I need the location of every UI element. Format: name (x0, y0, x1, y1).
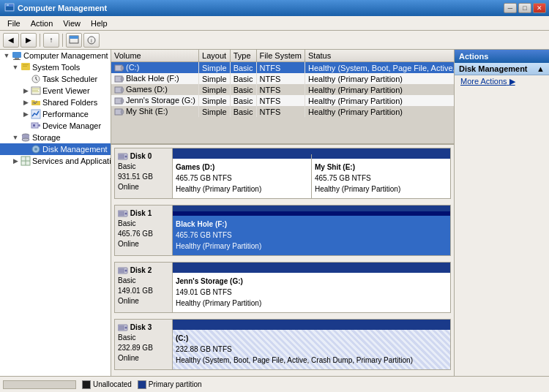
partition-block[interactable]: (C:) 232.88 GB NTFS Healthy (System, Boo… (173, 325, 450, 369)
disk-partitions: Games (D:) 465.75 GB NTFS Healthy (Prima… (173, 148, 451, 199)
cell-fs: NTFS (256, 106, 305, 117)
expander-task (20, 74, 31, 84)
col-status[interactable]: Status (305, 50, 454, 62)
show-hide-button[interactable] (66, 33, 82, 48)
minimize-button[interactable]: ─ (504, 3, 517, 13)
partition-block[interactable]: My Shit (E:) 465.75 GB NTFS Healthy (Pri… (312, 154, 450, 198)
col-type[interactable]: Type (230, 50, 256, 62)
partition-block[interactable]: Jenn's Storage (G:) 149.01 GB NTFS Healt… (173, 268, 450, 312)
disk-management-label: Disk Management (42, 145, 108, 154)
toolbar: ◀ ▶ ↑ i (0, 31, 549, 50)
cell-type: Basic (230, 73, 256, 84)
menu-file[interactable]: File (3, 18, 25, 29)
storage-icon (20, 132, 31, 143)
col-volume[interactable]: Volume (111, 50, 199, 62)
table-row[interactable]: Black Hole (F:) Simple Basic NTFS Health… (111, 73, 454, 84)
partition-block[interactable]: Games (D:) 465.75 GB NTFS Healthy (Prima… (173, 154, 312, 198)
svg-rect-17 (32, 88, 40, 89)
partitions-row: Jenn's Storage (G:) 149.01 GB NTFS Healt… (173, 268, 450, 312)
disk-row: Disk 3 Basic 232.89 GB Online (C:) 232.8… (114, 319, 451, 370)
volume-icon (114, 64, 124, 72)
volume-table-container[interactable]: Volume Layout Type File System Status (C… (111, 50, 454, 145)
svg-rect-47 (119, 154, 124, 159)
tree-services[interactable]: ▶ Services and Applications (0, 155, 111, 167)
menu-view[interactable]: View (59, 18, 85, 29)
svg-point-45 (121, 110, 124, 114)
cell-volume: Games (D:) (111, 84, 199, 95)
svg-rect-2 (7, 4, 9, 6)
tree-performance[interactable]: ▶ Performance (0, 108, 111, 120)
tree-task-scheduler[interactable]: Task Scheduler (0, 73, 111, 85)
tree-device-manager[interactable]: Device Manager (0, 120, 111, 132)
tree-system-tools[interactable]: ▼ System Tools (0, 61, 111, 73)
disk-management-icon (31, 144, 41, 154)
cell-layout: Simple (199, 62, 231, 74)
tree-event-viewer[interactable]: ▶ Event Viewer (0, 85, 111, 97)
more-actions-link[interactable]: More Actions ▶ (455, 75, 549, 88)
col-layout[interactable]: Layout (199, 50, 231, 62)
part-size: 149.01 GB NTFS (176, 287, 447, 298)
legend-unallocated-box (82, 380, 91, 389)
task-scheduler-icon (31, 74, 41, 84)
svg-rect-11 (23, 64, 29, 65)
part-size: 232.88 GB NTFS (176, 344, 447, 355)
table-row[interactable]: (C:) Simple Basic NTFS Healthy (System, … (111, 62, 454, 74)
up-button[interactable]: ↑ (43, 33, 59, 48)
close-button[interactable]: ✕ (533, 3, 546, 13)
actions-header: Actions (455, 50, 549, 63)
part-name: Games (D:) (176, 162, 308, 173)
table-row[interactable]: Games (D:) Simple Basic NTFS Healthy (Pr… (111, 84, 454, 95)
toolbar-separator (40, 34, 40, 47)
partition-block[interactable]: Black Hole (F:) 465.76 GB NTFS Healthy (… (173, 211, 450, 255)
back-button[interactable]: ◀ (3, 33, 19, 48)
disk-status: Online (118, 296, 169, 306)
disk-view[interactable]: Disk 0 Basic 931.51 GB Online Games (D:)… (111, 145, 454, 376)
svg-rect-8 (15, 58, 19, 59)
volume-icon (114, 75, 124, 83)
task-scheduler-label: Task Scheduler (42, 75, 97, 83)
root-label: Computer Management (Local) (23, 51, 111, 60)
forward-button[interactable]: ▶ (20, 33, 37, 48)
part-name: (C:) (176, 333, 447, 344)
tree-disk-management[interactable]: Disk Management (0, 143, 111, 155)
disk-status: Online (118, 353, 169, 363)
disk-name: Disk 3 (118, 323, 169, 333)
part-name: My Shit (E:) (315, 162, 447, 173)
cell-fs: NTFS (256, 84, 305, 95)
part-size: 465.75 GB NTFS (176, 173, 308, 184)
expander-root: ▼ (1, 50, 12, 61)
device-manager-label: Device Manager (42, 121, 101, 130)
svg-point-51 (125, 213, 127, 215)
cell-volume: Black Hole (F:) (111, 73, 199, 84)
cell-status: Healthy (Primary Partition) (305, 73, 454, 84)
partitions-row: Black Hole (F:) 465.76 GB NTFS Healthy (… (173, 211, 450, 255)
disk-drive-icon (118, 210, 128, 217)
part-name: Jenn's Storage (G:) (176, 276, 447, 287)
table-row[interactable]: Jenn's Storage (G:) Simple Basic NTFS He… (111, 95, 454, 106)
cell-layout: Simple (199, 73, 231, 84)
part-header-bar (173, 154, 311, 159)
horizontal-scrollbar[interactable] (3, 380, 76, 389)
actions-section-header[interactable]: Disk Management ▲ (455, 63, 549, 75)
svg-text:i: i (91, 37, 92, 44)
disk-size: 232.89 GB (118, 343, 169, 353)
disk-drive-icon (118, 324, 128, 331)
tree-root[interactable]: ▼ Computer Management (Local) (0, 50, 111, 61)
maximize-button[interactable]: □ (518, 3, 531, 13)
col-fs[interactable]: File System (256, 50, 305, 62)
legend-primary-box (138, 380, 146, 389)
properties-button[interactable]: i (83, 33, 100, 48)
svg-rect-19 (32, 91, 39, 92)
expander-event: ▶ (20, 86, 31, 96)
svg-rect-4 (70, 36, 78, 39)
table-row[interactable]: My Shit (E:) Simple Basic NTFS Healthy (… (111, 106, 454, 117)
cell-fs: NTFS (256, 95, 305, 106)
tree-shared-folders[interactable]: ▶ Shared Folders (0, 97, 111, 108)
system-tools-label: System Tools (32, 63, 80, 72)
menu-help[interactable]: Help (86, 18, 112, 29)
right-content: Volume Layout Type File System Status (C… (111, 50, 454, 376)
computer-icon (12, 50, 22, 61)
tree-storage[interactable]: ▼ Storage (0, 132, 111, 143)
menu-action[interactable]: Action (26, 18, 58, 29)
actions-section-label: Disk Management (459, 64, 528, 73)
